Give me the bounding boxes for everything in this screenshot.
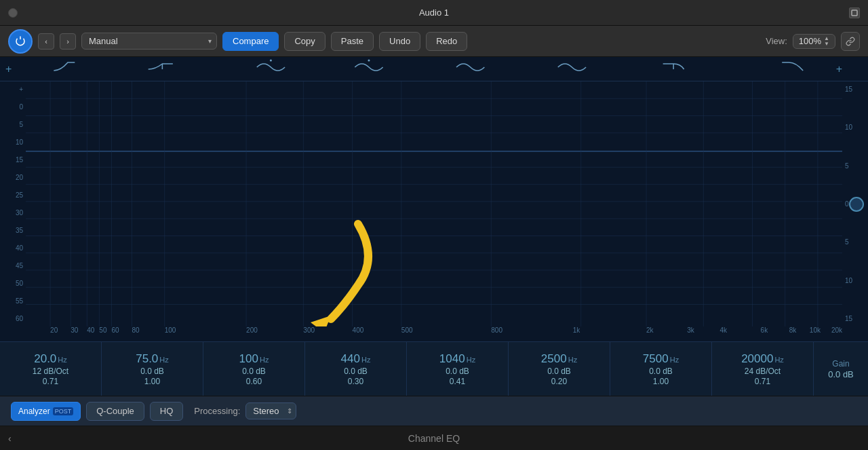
window-title: Audio 1: [419, 7, 449, 18]
band-3-q: 0.60: [246, 377, 262, 386]
band-3-params: 100 Hz 0.0 dB 0.60: [203, 342, 305, 396]
gain-knob[interactable]: [849, 197, 864, 212]
footer-arrow-icon[interactable]: ‹: [8, 433, 12, 444]
band-1-db: 12 dB/Oct: [33, 367, 68, 376]
band-2-params: 75.0 Hz 0.0 dB 1.00: [102, 342, 203, 396]
freq-30: 30: [71, 326, 78, 334]
footer: ‹ Channel EQ: [0, 426, 868, 450]
band-7-freq: 7500 Hz: [643, 352, 679, 366]
band-2-q: 1.00: [144, 377, 160, 386]
gain-label: Gain: [832, 359, 849, 369]
power-button[interactable]: [8, 29, 33, 54]
link-button[interactable]: [841, 32, 860, 51]
band-4-freq: 440 Hz: [341, 352, 371, 366]
db-scale-right: 15 10 5 0 5 10 15: [842, 81, 868, 326]
freq-80: 80: [132, 326, 140, 334]
freq-6k: 6k: [761, 326, 768, 334]
freq-scale: 20 30 40 50 60 80 100 200 300 400 500 80…: [0, 326, 868, 341]
processing-label: Processing:: [194, 406, 240, 416]
band-5-params: 1040 Hz 0.0 dB 0.41: [407, 342, 509, 396]
back-button[interactable]: ‹: [38, 33, 54, 50]
view-down-icon[interactable]: ▼: [824, 41, 829, 47]
band-1-q: 0.71: [43, 377, 58, 386]
freq-2k: 2k: [646, 326, 654, 334]
db-left-plus: +: [3, 86, 23, 93]
band-7-params: 7500 Hz 0.0 dB 1.00: [610, 342, 712, 396]
toolbar: ‹ › Manual ▾ Compare Copy Paste Undo Red…: [0, 26, 868, 57]
band-6-freq: 2500 Hz: [541, 352, 577, 366]
db-left-25: 25: [3, 191, 23, 199]
db-scale-left: + 0 5 10 15 20 25 30 35 40 45 50 55 60: [0, 81, 26, 326]
gain-value: 0.0 dB: [828, 369, 854, 379]
view-label: View:: [766, 36, 787, 46]
db-right-5: 5: [845, 162, 865, 170]
undo-button[interactable]: Undo: [379, 32, 420, 51]
eq-graph[interactable]: + 0 5 10 15 20 25 30 35 40 45 50 55 60: [0, 81, 868, 326]
db-left-10: 10: [3, 138, 23, 146]
band-4-params: 440 Hz 0.0 dB 0.30: [305, 342, 407, 396]
band-4-db: 0.0 dB: [344, 367, 368, 376]
eq-graph-container: + 0 5 10 15 20 25 30 35 40 45 50 55 60: [0, 81, 868, 341]
analyzer-label: Analyzer: [18, 407, 50, 416]
band-2-db: 0.0 dB: [140, 367, 164, 376]
forward-button[interactable]: ›: [60, 33, 76, 50]
band-2-freq: 75.0 Hz: [136, 352, 169, 366]
band-icons-svg: [26, 57, 842, 77]
freq-40: 40: [87, 326, 94, 334]
view-control: 100% ▲ ▼: [793, 34, 835, 49]
db-left-55: 55: [3, 297, 23, 305]
add-band-left-icon[interactable]: +: [5, 63, 12, 75]
footer-title: Channel EQ: [408, 433, 460, 444]
db-left-5: 5: [3, 121, 23, 128]
band-1-freq: 20.0 Hz: [34, 352, 67, 366]
freq-1k: 1k: [573, 326, 580, 334]
post-badge: POST: [53, 407, 74, 415]
processing-select[interactable]: Stereo Left Right Mid Side: [245, 402, 296, 419]
band-3-freq: 100 Hz: [239, 352, 269, 366]
freq-800: 800: [491, 326, 502, 334]
q-couple-button[interactable]: Q-Couple: [86, 402, 144, 421]
db-left-50: 50: [3, 280, 23, 287]
analyzer-button[interactable]: Analyzer POST: [11, 402, 81, 421]
gain-params: Gain 0.0 dB: [814, 342, 868, 396]
hq-button[interactable]: HQ: [150, 402, 184, 421]
db-right-m10: 10: [845, 277, 865, 284]
band-8-db: 24 dB/Oct: [745, 367, 781, 376]
db-left-15: 15: [3, 156, 23, 164]
band-3-db: 0.0 dB: [242, 367, 266, 376]
preset-dropdown-wrap: Manual ▾: [81, 33, 217, 50]
band-5-freq: 1040 Hz: [439, 352, 475, 366]
band-6-params: 2500 Hz 0.0 dB 0.20: [509, 342, 610, 396]
traffic-light[interactable]: [8, 8, 18, 18]
view-stepper[interactable]: ▲ ▼: [824, 36, 829, 47]
freq-10k: 10k: [810, 326, 821, 334]
redo-button[interactable]: Redo: [426, 32, 467, 51]
add-band-right-icon[interactable]: +: [836, 63, 842, 75]
db-right-m15: 15: [845, 315, 865, 322]
freq-3k: 3k: [687, 326, 694, 334]
compare-button[interactable]: Compare: [222, 32, 279, 51]
paste-button[interactable]: Paste: [331, 32, 374, 51]
freq-60: 60: [111, 326, 119, 334]
freq-500: 500: [401, 326, 413, 334]
copy-button[interactable]: Copy: [284, 32, 325, 51]
band-7-q: 1.00: [653, 377, 669, 386]
band-7-db: 0.0 dB: [649, 367, 673, 376]
maximize-button[interactable]: [849, 7, 860, 18]
title-bar: Audio 1: [0, 0, 868, 26]
freq-400: 400: [353, 326, 364, 334]
svg-rect-0: [852, 10, 857, 16]
band-8-freq: 20000 Hz: [741, 352, 784, 366]
freq-100: 100: [165, 326, 176, 334]
eq-canvas[interactable]: [26, 81, 842, 326]
freq-4k: 4k: [719, 326, 727, 334]
freq-8k: 8k: [789, 326, 797, 334]
band-icons-row: + +: [0, 57, 868, 81]
band-8-params: 20000 Hz 24 dB/Oct 0.71: [712, 342, 814, 396]
preset-dropdown[interactable]: Manual: [81, 33, 217, 50]
eq-main: + + + 0 5 10 15 20 25 30 35 40 45 50 55: [0, 57, 868, 426]
band-8-q: 0.71: [755, 377, 770, 386]
view-percent-value: 100%: [799, 36, 821, 46]
bottom-toolbar: Analyzer POST Q-Couple HQ Processing: St…: [0, 396, 868, 426]
freq-labels: 20 30 40 50 60 80 100 200 300 400 500 80…: [26, 326, 842, 341]
